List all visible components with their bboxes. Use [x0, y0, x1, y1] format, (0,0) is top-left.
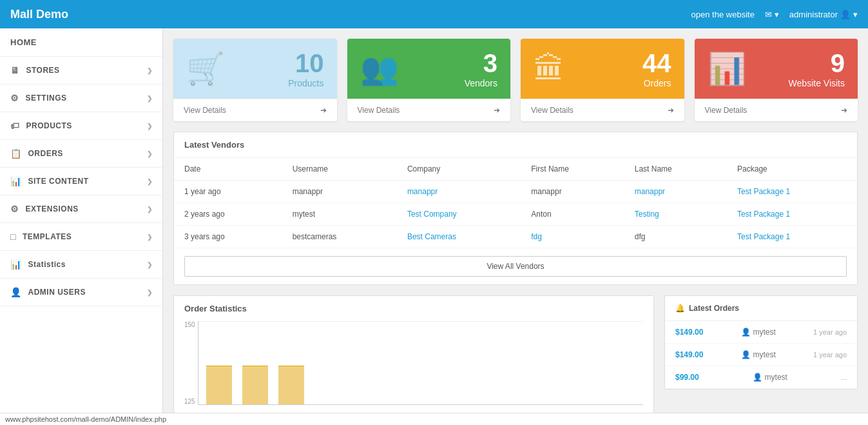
- sidebar-item-left: □ TEMPLATES: [10, 232, 72, 242]
- chart-bar-2: [278, 366, 304, 404]
- sidebar-item-extensions[interactable]: ⚙ EXTENSIONS ❯: [0, 195, 162, 223]
- table-cell[interactable]: manappr: [397, 181, 521, 203]
- table-cell[interactable]: Test Company: [397, 203, 521, 226]
- card-top-vendors: 👥 3 Vendors: [347, 39, 511, 99]
- sidebar-item-left: 👤 ADMIN USERS: [10, 287, 86, 297]
- table-cell: manappr: [282, 181, 397, 203]
- latest-orders-panel: 🔔 Latest Orders $149.00 👤 mytest 1 year …: [664, 295, 858, 390]
- card-footer-products[interactable]: View Details ➜: [173, 99, 337, 121]
- card-footer-website-visits[interactable]: View Details ➜: [695, 99, 858, 121]
- sidebar-item-templates[interactable]: □ TEMPLATES ❯: [0, 223, 162, 251]
- table-cell: dfg: [624, 226, 727, 248]
- sidebar-item-admin-users[interactable]: 👤 ADMIN USERS ❯: [0, 279, 162, 306]
- table-row: 3 years agobestcamerasBest Camerasfdgdfg…: [174, 226, 857, 248]
- view-details-label-vendors: View Details: [358, 106, 400, 115]
- col-header-username: Username: [282, 158, 397, 181]
- table-cell[interactable]: Testing: [624, 203, 727, 226]
- sidebar-item-products[interactable]: 🏷 PRODUCTS ❯: [0, 112, 162, 140]
- latest-orders-label: Latest Orders: [689, 304, 739, 313]
- card-footer-vendors[interactable]: View Details ➜: [347, 99, 511, 121]
- table-cell[interactable]: manappr: [624, 181, 727, 203]
- admin-user[interactable]: administrator 👤 ▾: [789, 10, 858, 19]
- open-website-link[interactable]: open the website: [691, 10, 755, 19]
- status-bar: www.phpsitehost.com/mall-demo/ADMIN/inde…: [0, 413, 868, 425]
- sidebar-item-left: 📊 SITE CONTENT: [10, 176, 89, 186]
- order-time-0: 1 year ago: [813, 328, 847, 336]
- table-cell[interactable]: Best Cameras: [397, 226, 521, 248]
- order-stats: Order Statistics 150 125: [173, 295, 654, 413]
- sidebar: HOME 🖥 STORES ❯ ⚙ SETTINGS ❯ 🏷 PRODUCTS …: [0, 28, 163, 425]
- sidebar-item-site-content[interactable]: 📊 SITE CONTENT ❯: [0, 168, 162, 195]
- sidebar-item-orders[interactable]: 📋 ORDERS ❯: [0, 140, 162, 168]
- card-numbers-orders: 44 Orders: [642, 49, 671, 88]
- chevron-icon-settings: ❯: [147, 95, 153, 102]
- user-icon-0: 👤: [741, 328, 751, 337]
- sidebar-item-stores[interactable]: 🖥 STORES ❯: [0, 57, 162, 84]
- sidebar-icon-admin-users: 👤: [10, 287, 22, 297]
- card-icon-products: 🛒: [186, 51, 225, 87]
- card-icon-website-visits: 📊: [708, 51, 746, 87]
- sidebar-item-left: ⚙ EXTENSIONS: [10, 204, 79, 214]
- table-row: 2 years agomytestTest CompanyAntonTestin…: [174, 203, 857, 226]
- chevron-icon-site-content: ❯: [147, 178, 153, 185]
- sidebar-icon-settings: ⚙: [10, 93, 19, 103]
- stat-card-website-visits: 📊 9 Website Visits View Details ➜: [695, 39, 858, 121]
- header-right: open the website ✉ ▾ administrator 👤 ▾: [691, 10, 858, 19]
- chevron-icon-orders: ❯: [147, 150, 153, 157]
- card-footer-orders[interactable]: View Details ➜: [521, 99, 684, 121]
- order-amount-0[interactable]: $149.00: [675, 328, 703, 337]
- sidebar-label-orders: ORDERS: [28, 149, 63, 158]
- order-user-2: 👤 mytest: [753, 373, 787, 382]
- sidebar-label-extensions: EXTENSIONS: [26, 204, 79, 213]
- vendors-table: DateUsernameCompanyFirst NameLast NamePa…: [174, 158, 857, 248]
- chart-area-wrapper: 150 125: [184, 321, 643, 405]
- sidebar-icon-site-content: 📊: [10, 176, 22, 186]
- order-amount-1[interactable]: $149.00: [675, 350, 703, 359]
- sidebar-item-home[interactable]: HOME: [0, 28, 162, 57]
- card-label-vendors: Vendors: [465, 78, 497, 88]
- card-label-website-visits: Website Visits: [789, 78, 845, 88]
- sidebar-icon-stores: 🖥: [10, 65, 20, 75]
- sidebar-icon-templates: □: [10, 232, 16, 242]
- order-amount-2[interactable]: $99.00: [675, 373, 699, 382]
- card-top-orders: 🏛 44 Orders: [521, 39, 684, 99]
- sidebar-item-settings[interactable]: ⚙ SETTINGS ❯: [0, 84, 162, 112]
- sidebar-label-settings: SETTINGS: [26, 94, 67, 103]
- view-details-label-website-visits: View Details: [705, 106, 747, 115]
- admin-label: administrator: [789, 10, 838, 19]
- sidebar-label-statistics: Statistics: [28, 260, 66, 269]
- order-time-2: ...: [841, 373, 847, 381]
- sidebar-item-statistics[interactable]: 📊 Statistics ❯: [0, 251, 162, 279]
- col-header-date: Date: [174, 158, 282, 181]
- bell-icon: 🔔: [675, 304, 685, 313]
- mail-icon[interactable]: ✉ ▾: [765, 10, 779, 19]
- col-header-package: Package: [727, 158, 857, 181]
- order-stats-chart: Order Statistics 150 125: [173, 295, 654, 413]
- stat-card-vendors: 👥 3 Vendors View Details ➜: [347, 39, 511, 121]
- chevron-icon-extensions: ❯: [147, 206, 153, 213]
- card-label-products: Products: [288, 78, 323, 88]
- logo: Mall Demo: [10, 8, 68, 21]
- table-cell[interactable]: fdg: [521, 226, 624, 248]
- sidebar-icon-extensions: ⚙: [10, 204, 19, 214]
- sidebar-icon-orders: 📋: [10, 148, 22, 159]
- card-number-products: 10: [288, 49, 323, 78]
- sidebar-icon-products: 🏷: [10, 121, 20, 131]
- arrow-icon-vendors: ➜: [494, 106, 500, 115]
- latest-orders-title: 🔔 Latest Orders: [665, 296, 857, 321]
- table-cell[interactable]: Test Package 1: [727, 226, 857, 248]
- table-cell: 1 year ago: [174, 181, 282, 203]
- table-cell[interactable]: Test Package 1: [727, 181, 857, 203]
- view-all-vendors-button[interactable]: View All Vendors: [184, 256, 847, 277]
- arrow-icon-website-visits: ➜: [841, 106, 847, 115]
- card-label-orders: Orders: [642, 78, 671, 88]
- table-cell[interactable]: Test Package 1: [727, 203, 857, 226]
- order-row: $149.00 👤 mytest 1 year ago: [665, 344, 857, 366]
- card-numbers-vendors: 3 Vendors: [465, 49, 497, 88]
- table-cell: 2 years ago: [174, 203, 282, 226]
- sidebar-item-left: 📊 Statistics: [10, 259, 66, 270]
- card-top-website-visits: 📊 9 Website Visits: [695, 39, 858, 99]
- chart-bars: [198, 321, 643, 405]
- y-label-150: 150: [184, 321, 195, 328]
- status-url: www.phpsitehost.com/mall-demo/ADMIN/inde…: [5, 415, 166, 423]
